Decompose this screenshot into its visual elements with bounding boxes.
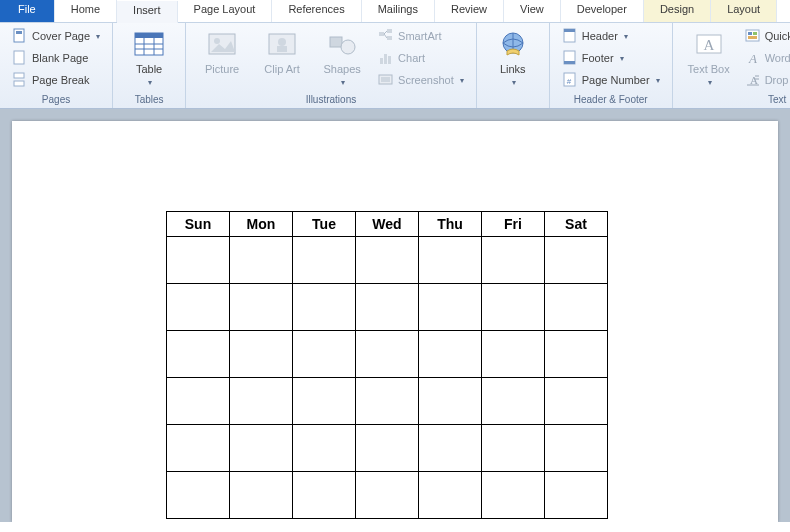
cell[interactable]: [419, 331, 482, 378]
dropdown-icon: ▾: [341, 78, 345, 87]
dropdown-icon: ▾: [512, 78, 516, 87]
cell[interactable]: [167, 472, 230, 519]
dropdown-icon: ▾: [96, 32, 100, 41]
cell[interactable]: [167, 331, 230, 378]
table-button[interactable]: Table▾: [121, 26, 177, 89]
cell[interactable]: [167, 237, 230, 284]
smartart-button[interactable]: SmartArt: [374, 26, 468, 46]
wordart-button[interactable]: A WordArt▾: [741, 48, 790, 68]
day-header[interactable]: Sat: [545, 212, 608, 237]
cell[interactable]: [482, 331, 545, 378]
screenshot-button[interactable]: Screenshot▾: [374, 70, 468, 90]
cell[interactable]: [293, 237, 356, 284]
svg-point-12: [214, 38, 220, 44]
chart-label: Chart: [398, 52, 425, 64]
cell[interactable]: [230, 378, 293, 425]
cell[interactable]: [545, 284, 608, 331]
cell[interactable]: [482, 237, 545, 284]
page-break-button[interactable]: Page Break: [8, 70, 104, 90]
cell[interactable]: [545, 237, 608, 284]
group-tables-label: Tables: [121, 92, 177, 108]
header-button[interactable]: Header▾: [558, 26, 664, 46]
quick-parts-icon: [745, 28, 761, 44]
document-area[interactable]: Sun Mon Tue Wed Thu Fri Sat: [0, 109, 790, 522]
cell[interactable]: [545, 331, 608, 378]
day-header[interactable]: Wed: [356, 212, 419, 237]
group-links: Links▾: [477, 23, 550, 108]
chart-button[interactable]: Chart: [374, 48, 468, 68]
cell[interactable]: [230, 331, 293, 378]
day-header[interactable]: Tue: [293, 212, 356, 237]
tab-insert[interactable]: Insert: [117, 1, 178, 23]
cell[interactable]: [356, 378, 419, 425]
blank-page-icon: [12, 50, 28, 66]
cell[interactable]: [419, 237, 482, 284]
cell[interactable]: [419, 472, 482, 519]
footer-button[interactable]: Footer▾: [558, 48, 664, 68]
day-header[interactable]: Thu: [419, 212, 482, 237]
cell[interactable]: [167, 378, 230, 425]
table-row: [167, 331, 608, 378]
cell[interactable]: [356, 237, 419, 284]
tab-references[interactable]: References: [272, 0, 361, 22]
day-header[interactable]: Mon: [230, 212, 293, 237]
tab-review[interactable]: Review: [435, 0, 504, 22]
tab-mailings[interactable]: Mailings: [362, 0, 435, 22]
quick-parts-button[interactable]: Quick Parts▾: [741, 26, 790, 46]
tab-page-layout[interactable]: Page Layout: [178, 0, 273, 22]
group-illustrations: Picture Clip Art Shapes▾ SmartArt Chart: [186, 23, 477, 108]
cell[interactable]: [230, 425, 293, 472]
cell[interactable]: [419, 284, 482, 331]
table-icon: [133, 29, 165, 61]
calendar-table[interactable]: Sun Mon Tue Wed Thu Fri Sat: [166, 211, 608, 519]
tab-view[interactable]: View: [504, 0, 561, 22]
page-number-button[interactable]: # Page Number▾: [558, 70, 664, 90]
cell[interactable]: [482, 378, 545, 425]
picture-icon: [206, 29, 238, 61]
cell[interactable]: [356, 284, 419, 331]
cell[interactable]: [482, 284, 545, 331]
cell[interactable]: [230, 284, 293, 331]
cell[interactable]: [545, 472, 608, 519]
cell[interactable]: [419, 425, 482, 472]
cell[interactable]: [167, 425, 230, 472]
screenshot-label: Screenshot: [398, 74, 454, 86]
text-box-button[interactable]: A Text Box▾: [681, 26, 737, 89]
day-header[interactable]: Fri: [482, 212, 545, 237]
cell[interactable]: [482, 472, 545, 519]
links-button[interactable]: Links▾: [485, 26, 541, 89]
cell[interactable]: [293, 378, 356, 425]
day-header[interactable]: Sun: [167, 212, 230, 237]
tab-home[interactable]: Home: [55, 0, 117, 22]
cell[interactable]: [230, 472, 293, 519]
clip-art-button[interactable]: Clip Art: [254, 26, 310, 77]
tab-layout[interactable]: Layout: [711, 0, 777, 22]
cell[interactable]: [293, 331, 356, 378]
picture-button[interactable]: Picture: [194, 26, 250, 77]
blank-page-button[interactable]: Blank Page: [8, 48, 104, 68]
cell[interactable]: [356, 425, 419, 472]
cell[interactable]: [419, 378, 482, 425]
shapes-button[interactable]: Shapes▾: [314, 26, 370, 89]
group-tables: Table▾ Tables: [113, 23, 186, 108]
tab-design[interactable]: Design: [644, 0, 711, 22]
cell[interactable]: [293, 472, 356, 519]
cover-page-button[interactable]: Cover Page▾: [8, 26, 104, 46]
cell[interactable]: [545, 378, 608, 425]
cell[interactable]: [356, 472, 419, 519]
cell[interactable]: [293, 284, 356, 331]
cell[interactable]: [230, 237, 293, 284]
tab-file[interactable]: File: [0, 0, 55, 22]
svg-rect-3: [14, 73, 24, 78]
cell[interactable]: [545, 425, 608, 472]
picture-label: Picture: [205, 63, 239, 75]
cell[interactable]: [167, 284, 230, 331]
cell[interactable]: [356, 331, 419, 378]
tab-developer[interactable]: Developer: [561, 0, 644, 22]
document-page[interactable]: Sun Mon Tue Wed Thu Fri Sat: [12, 121, 778, 522]
cell[interactable]: [293, 425, 356, 472]
drop-cap-button[interactable]: A Drop Cap▾: [741, 70, 790, 90]
svg-rect-40: [748, 36, 757, 39]
links-label: Links: [500, 63, 526, 75]
cell[interactable]: [482, 425, 545, 472]
